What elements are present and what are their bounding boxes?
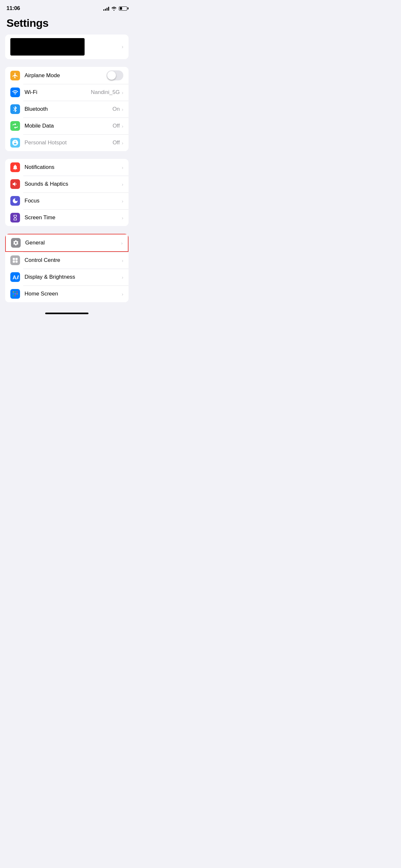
home-screen-chevron-icon: › (122, 291, 123, 297)
svg-rect-7 (17, 291, 18, 292)
wifi-row[interactable]: Wi-Fi Nandini_5G › (5, 84, 128, 101)
wifi-chevron-icon: › (122, 90, 123, 95)
wifi-value: Nandini_5G (91, 89, 120, 96)
personal-hotspot-row[interactable]: Personal Hotspot Off › (5, 134, 128, 151)
home-screen-label: Home Screen (25, 290, 122, 297)
system-section: General › Control Centre › AA Display & … (5, 234, 128, 302)
notifications-section: Notifications › Sounds & Haptics › Focus… (5, 159, 128, 226)
control-centre-chevron-icon: › (122, 258, 123, 263)
svg-rect-2 (13, 260, 15, 263)
hourglass-icon (10, 213, 20, 222)
general-chevron-icon: › (121, 240, 123, 246)
sounds-haptics-chevron-icon: › (122, 182, 123, 187)
gear-icon (11, 238, 21, 248)
airplane-mode-label: Airplane Mode (25, 72, 106, 79)
hotspot-icon (10, 138, 20, 148)
svg-rect-13 (17, 295, 18, 296)
mobile-data-label: Mobile Data (25, 123, 113, 129)
home-indicator-bar (45, 313, 89, 314)
signal-bars-icon (103, 6, 109, 11)
svg-rect-3 (16, 260, 18, 263)
battery-icon (119, 6, 127, 11)
notifications-chevron-icon: › (122, 165, 123, 170)
wifi-status-icon (112, 6, 117, 11)
bluetooth-icon (10, 104, 20, 114)
bluetooth-value: On (112, 106, 120, 113)
page-title: Settings (0, 14, 134, 35)
screen-time-label: Screen Time (25, 214, 122, 221)
bluetooth-row[interactable]: Bluetooth On › (5, 101, 128, 118)
display-brightness-chevron-icon: › (122, 275, 123, 280)
notifications-row[interactable]: Notifications › (5, 159, 128, 176)
airplane-mode-row[interactable]: Airplane Mode (5, 67, 128, 84)
control-centre-row[interactable]: Control Centre › (5, 252, 128, 269)
home-screen-row[interactable]: Home Screen › (5, 285, 128, 302)
mobile-data-icon (10, 121, 20, 131)
svg-rect-12 (14, 295, 16, 296)
display-icon: AA (10, 272, 20, 282)
connectivity-section: Airplane Mode Wi-Fi Nandini_5G › Bluetoo… (5, 67, 128, 151)
sounds-haptics-label: Sounds & Haptics (25, 181, 122, 187)
moon-icon (10, 196, 20, 206)
display-brightness-label: Display & Brightness (25, 274, 122, 280)
screen-time-chevron-icon: › (122, 215, 123, 221)
mobile-data-row[interactable]: Mobile Data Off › (5, 118, 128, 134)
speaker-icon (10, 179, 20, 189)
personal-hotspot-chevron-icon: › (122, 140, 123, 146)
status-time: 11:06 (6, 5, 20, 11)
notifications-label: Notifications (25, 164, 122, 170)
mobile-data-chevron-icon: › (122, 123, 123, 129)
wifi-label: Wi-Fi (25, 89, 91, 96)
general-label: General (25, 240, 121, 246)
svg-rect-0 (13, 258, 15, 260)
airplane-mode-toggle[interactable] (106, 70, 123, 81)
display-brightness-row[interactable]: AA Display & Brightness › (5, 269, 128, 285)
status-bar: 11:06 (0, 0, 134, 14)
general-row[interactable]: General › (5, 234, 128, 252)
mobile-data-value: Off (113, 123, 120, 129)
screen-time-row[interactable]: Screen Time › (5, 209, 128, 226)
svg-rect-5 (13, 291, 14, 292)
bluetooth-chevron-icon: › (122, 106, 123, 112)
profile-section: › (5, 35, 128, 59)
control-centre-icon (10, 255, 20, 265)
focus-row[interactable]: Focus › (5, 192, 128, 209)
svg-text:AA: AA (12, 275, 19, 280)
wifi-row-icon (10, 88, 20, 97)
personal-hotspot-value: Off (113, 140, 120, 146)
status-icons (103, 6, 127, 11)
sounds-haptics-row[interactable]: Sounds & Haptics › (5, 176, 128, 192)
svg-rect-8 (13, 293, 14, 294)
svg-rect-6 (14, 291, 16, 292)
bell-icon (10, 162, 20, 172)
focus-chevron-icon: › (122, 198, 123, 204)
profile-redacted (10, 38, 85, 56)
profile-chevron-icon: › (122, 44, 123, 50)
personal-hotspot-label: Personal Hotspot (25, 140, 113, 146)
airplane-icon (10, 71, 20, 81)
home-indicator (0, 310, 134, 318)
svg-rect-11 (13, 295, 14, 296)
focus-label: Focus (25, 197, 122, 204)
svg-rect-1 (16, 258, 18, 260)
svg-rect-9 (14, 293, 16, 294)
profile-row[interactable]: › (5, 35, 128, 59)
home-screen-icon (10, 289, 20, 299)
control-centre-label: Control Centre (25, 257, 122, 264)
bluetooth-label: Bluetooth (25, 106, 112, 113)
svg-rect-10 (17, 293, 18, 294)
